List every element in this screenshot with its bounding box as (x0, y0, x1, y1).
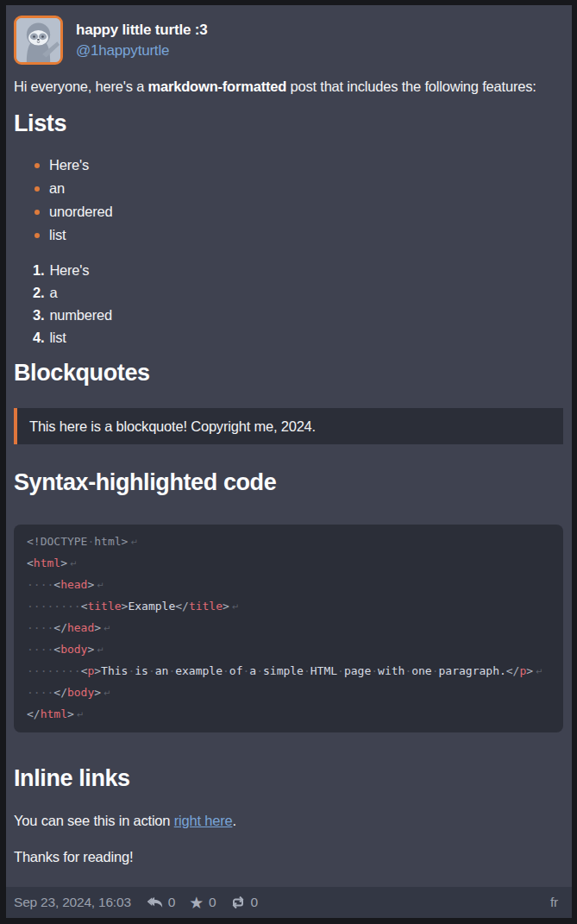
intro-text-before: Hi everyone, here's a (14, 79, 148, 94)
star-icon: ★ (189, 895, 204, 911)
reply-action[interactable]: 0 (147, 895, 175, 910)
links-paragraph: You can see this in action right here. (14, 809, 563, 832)
post-frame: happy little turtle :3 @1happyturtle Hi … (0, 0, 577, 924)
list-item: 2.a (33, 281, 563, 304)
list-number: 2. (33, 285, 44, 300)
reply-count: 0 (168, 895, 175, 910)
list-item-text: numbered (49, 307, 112, 323)
favourite-action[interactable]: ★ 0 (189, 895, 216, 911)
code-block: <!DOCTYPE·html>↵<html>↵····<head>↵······… (14, 525, 563, 732)
blockquotes-heading: Blockquotes (14, 359, 563, 387)
avatar[interactable] (14, 16, 63, 65)
list-item: Here's (49, 154, 563, 177)
list-item-text: a (49, 285, 57, 300)
inline-links-heading: Inline links (14, 764, 563, 793)
list-number: 4. (33, 330, 44, 345)
post-card: happy little turtle :3 @1happyturtle Hi … (6, 5, 572, 918)
lists-heading: Lists (14, 110, 563, 138)
ordered-list: 1.Here's 2.a 3.numbered 4.list (14, 259, 563, 349)
author-info: happy little turtle :3 @1happyturtle (76, 20, 207, 61)
post-footer: Sep 23, 2024, 16:03 0 ★ 0 0 (6, 887, 572, 918)
list-item: 4.list (33, 326, 563, 349)
boost-count: 0 (251, 895, 258, 910)
language-tag: fr (550, 895, 558, 910)
favourite-count: 0 (209, 895, 216, 910)
list-item-text: list (49, 330, 66, 345)
list-number: 1. (33, 262, 44, 278)
post-content: happy little turtle :3 @1happyturtle Hi … (6, 5, 572, 887)
list-item: an (49, 177, 563, 200)
list-item: 1.Here's (33, 259, 563, 281)
right-here-link[interactable]: right here (174, 813, 233, 828)
list-item-text: Here's (49, 262, 89, 278)
author-display-name[interactable]: happy little turtle :3 (76, 20, 207, 41)
intro-text-after: post that includes the following feature… (286, 79, 536, 94)
list-item: 3.numbered (33, 304, 563, 326)
link-text-before: You can see this in action (14, 813, 174, 828)
boost-icon (230, 896, 246, 909)
intro-bold-text: markdown-formatted (148, 79, 287, 94)
list-item: unordered (49, 200, 563, 223)
link-text-after: . (232, 813, 235, 828)
sloth-avatar-image (16, 18, 60, 62)
code-heading: Syntax-highlighted code (14, 468, 563, 497)
unordered-list: Here's an unordered list (14, 154, 563, 247)
outro-paragraph: Thanks for reading! (14, 845, 563, 868)
post-header: happy little turtle :3 @1happyturtle (14, 16, 563, 65)
boost-action[interactable]: 0 (230, 895, 258, 910)
blockquote-text: This here is a blockquote! Copyright me,… (29, 418, 551, 435)
intro-paragraph: Hi everyone, here's a markdown-formatted… (14, 75, 563, 97)
author-handle[interactable]: @1happyturtle (76, 41, 207, 61)
blockquote: This here is a blockquote! Copyright me,… (14, 408, 563, 444)
list-number: 3. (33, 307, 44, 323)
list-item: list (49, 223, 563, 247)
post-date: Sep 23, 2024, 16:03 (14, 895, 131, 910)
reply-all-icon (147, 896, 163, 909)
